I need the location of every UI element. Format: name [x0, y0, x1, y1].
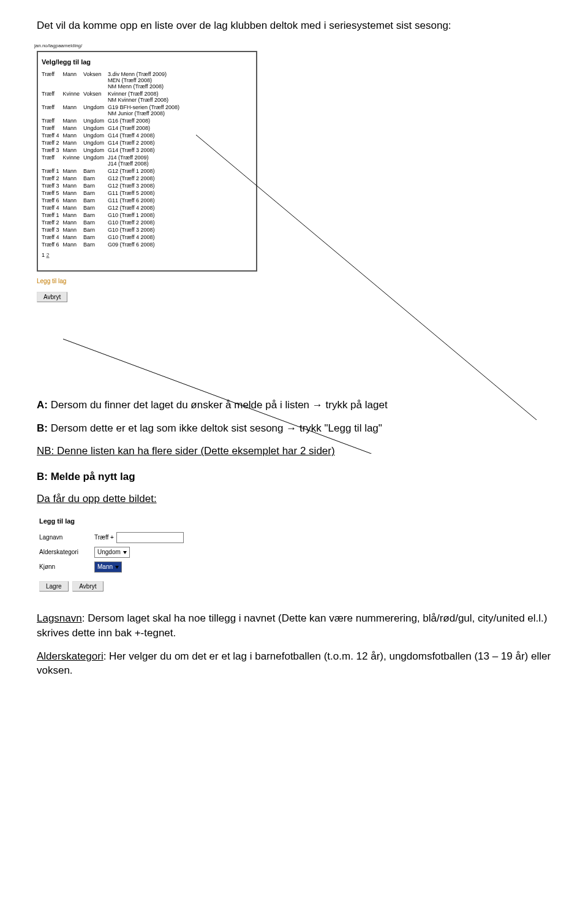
- table-row[interactable]: Træff 4MannBarnG12 (Træff 4 2008): [42, 204, 183, 211]
- table-cell: Træff 6: [42, 197, 63, 204]
- label-a: A:: [37, 399, 48, 411]
- table-row[interactable]: Træff 1MannBarnG12 (Træff 1 2008): [42, 167, 183, 175]
- page-2-link[interactable]: 2: [47, 252, 50, 258]
- table-cell: Barn: [83, 219, 108, 226]
- table-cell: Barn: [83, 189, 108, 197]
- alder-rest: : Her velger du om det er et lag i barne…: [37, 650, 551, 677]
- table-cell: Voksen: [83, 70, 108, 90]
- table-cell: Mann: [63, 104, 84, 117]
- table-row[interactable]: Træff 6MannBarnG11 (Træff 6 2008): [42, 197, 183, 204]
- table-cell: G14 (Træff 2008): [108, 124, 183, 132]
- table-cell: Mann: [63, 182, 84, 189]
- table-cell: Træff: [42, 90, 63, 104]
- table-cell: G10 (Træff 1 2008): [108, 211, 183, 219]
- table-cell: G12 (Træff 2 2008): [108, 175, 183, 182]
- pagination: 1 2: [42, 252, 252, 258]
- table-cell: Træff: [42, 154, 63, 167]
- table-cell: Træff 1: [42, 211, 63, 219]
- screenshot-container: jan.no/lagpaamelding/ Velg/legg til lag …: [37, 42, 257, 383]
- table-cell: Træff 1: [42, 167, 63, 175]
- table-cell: Ungdom: [83, 147, 108, 154]
- cancel-button[interactable]: Avbryt: [37, 292, 67, 302]
- table-row[interactable]: Træff 4MannUngdomG14 (Træff 4 2008): [42, 132, 183, 139]
- table-cell: Mann: [63, 117, 84, 124]
- add-team-form-screenshot: Legg til lag Lagnavn Træff + Alderskateg…: [37, 515, 282, 594]
- table-cell: Kvinne: [63, 90, 84, 104]
- table-row[interactable]: Træff 4MannBarnG10 (Træff 4 2008): [42, 234, 183, 241]
- paragraph-alderskategori: Alderskategori: Her velger du om det er …: [37, 649, 557, 679]
- table-row[interactable]: TræffMannVoksen3.div Menn (Træff 2009)ME…: [42, 70, 183, 90]
- lagsnavn-lead: Lagsnavn: [37, 612, 82, 624]
- addform-title: Legg til lag: [39, 517, 279, 525]
- add-team-link[interactable]: Legg til lag: [37, 278, 66, 284]
- table-cell: G12 (Træff 4 2008): [108, 204, 183, 211]
- table-row[interactable]: TræffKvinneVoksenKvinner (Træff 2008)NM …: [42, 90, 183, 104]
- table-cell: Barn: [83, 211, 108, 219]
- nb-text: NB: Denne listen kan ha flere sider (Det…: [37, 444, 557, 459]
- avbryt-button[interactable]: Avbryt: [72, 581, 103, 592]
- table-row[interactable]: Træff 3MannBarnG10 (Træff 3 2008): [42, 226, 183, 234]
- table-cell: J14 (Træff 2009)J14 (Træff 2008): [108, 154, 183, 167]
- table-cell: Barn: [83, 175, 108, 182]
- table-cell: Træff 5: [42, 189, 63, 197]
- text-a: Dersom du finner det laget du ønsker å m…: [48, 399, 388, 411]
- table-cell: G11 (Træff 5 2008): [108, 189, 183, 197]
- table-row[interactable]: Træff 2MannBarnG12 (Træff 2 2008): [42, 175, 183, 182]
- table-cell: Mann: [63, 211, 84, 219]
- table-cell: Træff 2: [42, 219, 63, 226]
- table-cell: Mann: [63, 189, 84, 197]
- table-row[interactable]: Træff 5MannBarnG11 (Træff 5 2008): [42, 189, 183, 197]
- intro-text: Det vil da komme opp en liste over de la…: [37, 18, 557, 33]
- alder-select[interactable]: Ungdom: [94, 547, 130, 558]
- table-row[interactable]: Træff 3MannBarnG12 (Træff 3 2008): [42, 182, 183, 189]
- paragraph-lagsnavn: Lagsnavn: Dersom laget skal ha noe tille…: [37, 611, 557, 641]
- table-row[interactable]: Træff 2MannUngdomG14 (Træff 2 2008): [42, 139, 183, 147]
- table-cell: Ungdom: [83, 139, 108, 147]
- table-cell: Barn: [83, 204, 108, 211]
- table-cell: G14 (Træff 3 2008): [108, 147, 183, 154]
- table-cell: Ungdom: [83, 117, 108, 124]
- paragraph-b: B: Dersom dette er et lag som ikke delto…: [37, 421, 557, 436]
- kjonn-label: Kjønn: [39, 563, 94, 570]
- table-cell: 3.div Menn (Træff 2009)MEN (Træff 2008)N…: [108, 70, 183, 90]
- table-row[interactable]: Træff 3MannUngdomG14 (Træff 3 2008): [42, 147, 183, 154]
- lagnavn-label: Lagnavn: [39, 534, 94, 541]
- alder-label: Alderskategori: [39, 549, 94, 555]
- table-cell: G09 (Træff 6 2008): [108, 241, 183, 248]
- table-row[interactable]: Træff 2MannBarnG10 (Træff 2 2008): [42, 219, 183, 226]
- table-row[interactable]: Træff 1MannBarnG10 (Træff 1 2008): [42, 211, 183, 219]
- table-cell: Træff: [42, 124, 63, 132]
- da-far-text: Da får du opp dette bildet:: [37, 492, 557, 506]
- table-cell: Mann: [63, 175, 84, 182]
- table-row[interactable]: TræffMannUngdomG16 (Træff 2008): [42, 117, 183, 124]
- table-cell: Barn: [83, 241, 108, 248]
- table-cell: Træff: [42, 104, 63, 117]
- table-cell: Ungdom: [83, 124, 108, 132]
- table-cell: Træff 3: [42, 182, 63, 189]
- table-cell: G12 (Træff 1 2008): [108, 167, 183, 175]
- screenshot-title: Velg/legg til lag: [42, 58, 252, 66]
- lagnavn-input[interactable]: [116, 532, 184, 543]
- table-cell: Mann: [63, 147, 84, 154]
- table-cell: Mann: [63, 124, 84, 132]
- table-cell: Mann: [63, 234, 84, 241]
- table-cell: Træff 2: [42, 175, 63, 182]
- table-cell: Barn: [83, 167, 108, 175]
- table-cell: G10 (Træff 3 2008): [108, 226, 183, 234]
- table-cell: G10 (Træff 2 2008): [108, 219, 183, 226]
- kjonn-select[interactable]: Mann: [94, 561, 122, 573]
- table-cell: Træff: [42, 70, 63, 90]
- table-row[interactable]: TræffMannUngdomG14 (Træff 2008): [42, 124, 183, 132]
- lagre-button[interactable]: Lagre: [39, 581, 69, 592]
- table-row[interactable]: Træff 6MannBarnG09 (Træff 6 2008): [42, 241, 183, 248]
- table-cell: Ungdom: [83, 104, 108, 117]
- table-cell: Mann: [63, 219, 84, 226]
- alder-lead: Alderskategori: [37, 650, 104, 662]
- table-cell: Træff 3: [42, 147, 63, 154]
- table-cell: Mann: [63, 226, 84, 234]
- table-row[interactable]: TræffMannUngdomG19 BFH-serien (Træff 200…: [42, 104, 183, 117]
- table-cell: Mann: [63, 241, 84, 248]
- table-row[interactable]: TræffKvinneUngdomJ14 (Træff 2009)J14 (Tr…: [42, 154, 183, 167]
- table-cell: Mann: [63, 204, 84, 211]
- table-cell: G14 (Træff 2 2008): [108, 139, 183, 147]
